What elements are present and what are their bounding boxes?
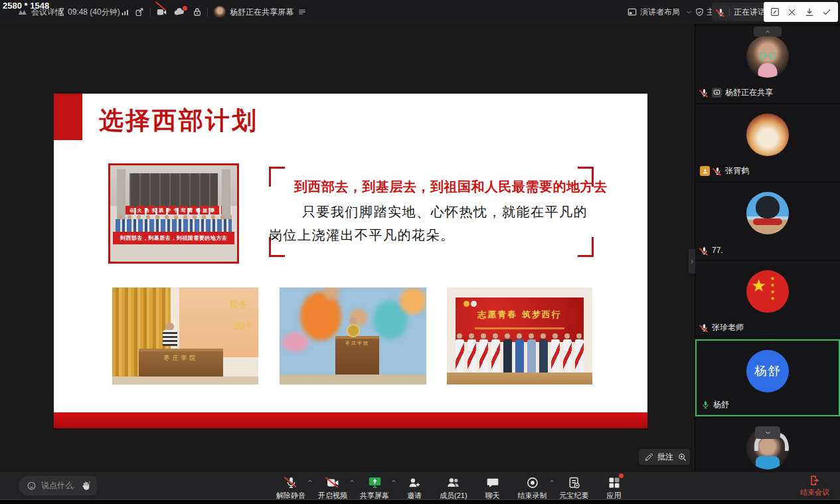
open-in-window-icon[interactable]	[135, 0, 145, 24]
record-disabled-icon[interactable]	[156, 0, 167, 24]
photo-podium-speaker: 民务 20个 枣庄学院	[112, 288, 258, 384]
share-screen-button[interactable]: 共享屏幕	[358, 473, 391, 501]
participant-tile-active-speaker[interactable]: 杨舒 杨舒	[695, 339, 840, 416]
shared-screen-stage: 选择西部计划 在火热实践中书写青春故事 到西部去，到基层去，到祖国需要的地方去 …	[0, 24, 695, 471]
capture-toolbar	[764, 2, 838, 22]
screen-share-badge-icon	[712, 88, 722, 98]
apps-alert-dot	[619, 473, 624, 478]
slide-footer-bar	[54, 412, 647, 428]
mic-muted-icon	[285, 475, 297, 489]
participant-tiles: 杨舒正在共享 张霄鹤 77.	[695, 24, 840, 495]
chevron-down-icon[interactable]	[110, 0, 116, 24]
host-badge-icon	[700, 166, 710, 176]
bracket-top-left	[269, 167, 285, 187]
record-stop-icon	[526, 475, 539, 489]
screen-share-icon	[368, 475, 382, 489]
chat-button[interactable]: 聊天	[478, 473, 507, 501]
invite-icon	[408, 475, 421, 489]
photo-person	[491, 333, 501, 373]
security-lock-icon[interactable]	[192, 0, 203, 24]
photo-screen-logo	[471, 301, 477, 307]
annotate-icon	[645, 452, 654, 462]
network-signal-icon[interactable]	[120, 0, 130, 24]
raise-hand-button[interactable]	[74, 476, 97, 495]
photo-screen: 民务 20个	[179, 288, 258, 357]
close-icon[interactable]	[787, 7, 797, 17]
collapse-down-button[interactable]	[755, 426, 780, 439]
check-icon[interactable]	[821, 7, 832, 17]
mic-muted-icon	[713, 167, 722, 175]
participant-tile[interactable]: 77.	[695, 183, 840, 260]
presentation-slide: 选择西部计划 在火热实践中书写青春故事 到西部去，到基层去，到祖国需要的地方去 …	[54, 94, 647, 428]
photo-floor	[112, 377, 258, 384]
photo-people-row	[116, 219, 232, 232]
participant-name-row: 张霄鹤	[700, 165, 749, 177]
participant-name: 77.	[712, 246, 723, 255]
end-meeting-label: 结束会议	[800, 487, 829, 497]
annotate-button[interactable]: 批注	[639, 449, 679, 465]
quote-heading: 到西部去，到基层去，到祖国和人民最需要的地方去	[294, 178, 608, 196]
chevron-up-icon[interactable]	[349, 479, 355, 483]
slide-accent-block	[54, 94, 82, 140]
participant-name: 张霄鹤	[725, 165, 749, 177]
photo-person	[515, 333, 525, 373]
participant-name-row: 张珍老师	[700, 322, 744, 333]
photo-group-banner: 在火热实践中书写青春故事 到西部去，到基层去，到祖国需要的地方去	[108, 163, 239, 264]
notes-icon	[568, 475, 581, 489]
cloud-icon[interactable]	[173, 0, 185, 24]
mic-muted-icon	[716, 8, 725, 17]
ai-notes-button[interactable]: 元宝纪要	[558, 473, 591, 501]
photo-screen-title: 志愿青春 筑梦西行	[456, 309, 584, 321]
invite-button[interactable]: 邀请	[400, 473, 429, 501]
photo-person	[539, 333, 548, 373]
avatar	[746, 35, 789, 78]
download-icon[interactable]	[804, 7, 815, 17]
window-bottom-edge	[0, 499, 840, 504]
collapse-up-button[interactable]	[754, 27, 782, 37]
sidebar-collapse-handle[interactable]	[689, 249, 695, 274]
annotate-label: 批注	[657, 452, 673, 463]
emoji-icon	[27, 481, 37, 491]
layout-switcher[interactable]: 演讲者布局	[640, 0, 680, 24]
unmute-button[interactable]: 解除静音	[274, 473, 307, 501]
chevron-up-icon[interactable]	[549, 479, 554, 483]
zoom-in-button[interactable]	[675, 449, 690, 465]
photo-screen-subline	[475, 327, 564, 329]
photo-blob-pink	[282, 332, 309, 352]
participant-name-row: 77.	[700, 246, 723, 255]
flag-small-stars: ★ ★ ★ ★	[770, 276, 785, 302]
photo-screen-text: 民务	[230, 299, 247, 311]
photo-person	[467, 333, 477, 373]
participant-tile[interactable]: 张霄鹤	[695, 104, 840, 181]
sharing-status[interactable]: 杨舒正在共享屏幕	[230, 0, 294, 24]
chevron-up-icon[interactable]	[307, 479, 313, 483]
hourglass-icon	[57, 0, 66, 24]
toolbar-buttons: 解除静音 开启视频 共享屏幕 邀请	[274, 473, 629, 501]
divider	[150, 7, 151, 17]
top-bar: 会议详情 09:48 (40分钟) 杨舒正在共享屏幕 演讲者布局	[0, 0, 840, 24]
chevron-down-icon[interactable]	[686, 0, 692, 24]
new-window-icon[interactable]	[770, 7, 780, 17]
members-button[interactable]: 成员(21)	[438, 473, 469, 501]
end-meeting-button[interactable]: 结束会议	[800, 474, 829, 497]
apps-button[interactable]: 应用	[600, 473, 629, 501]
flag-star: ★	[751, 277, 766, 294]
photo-person	[550, 333, 560, 373]
list-icon[interactable]	[297, 0, 307, 24]
photo-people-row	[450, 333, 589, 373]
chevron-up-icon[interactable]	[391, 479, 396, 483]
photo-person	[479, 333, 489, 373]
quote-line-1: 只要我们脚踏实地、心怀热忱，就能在平凡的	[302, 203, 588, 221]
stop-recording-button[interactable]: 结束录制	[516, 473, 549, 501]
slide-title: 选择西部计划	[99, 104, 258, 137]
participant-tile[interactable]: 杨舒正在共享	[695, 26, 840, 103]
participant-name: 张珍老师	[712, 322, 744, 333]
participants-sidebar: 杨舒正在共享 张霄鹤 77.	[695, 24, 840, 499]
participant-tile[interactable]: ★ ★ ★ ★ ★ 张珍老师	[695, 261, 840, 338]
avatar: 杨舒	[746, 350, 789, 392]
apps-icon	[608, 475, 621, 489]
meeting-toolbar: 说点什么... 解除静音 开启视频	[0, 471, 840, 499]
photo-person	[455, 333, 465, 373]
start-video-button[interactable]: 开启视频	[316, 473, 349, 501]
photo-blob-skin	[323, 288, 339, 299]
